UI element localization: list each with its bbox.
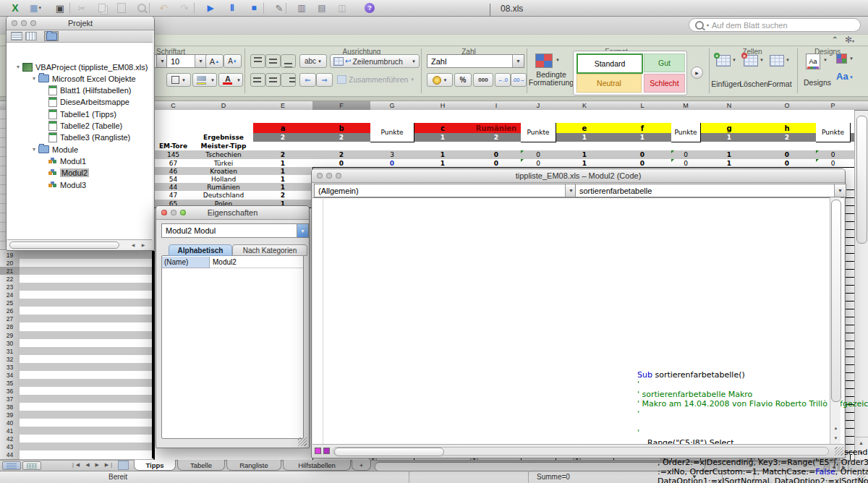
redo-icon[interactable]: ↷ — [176, 1, 192, 14]
sheet-cell[interactable] — [472, 110, 522, 124]
percent-format-button[interactable]: % — [454, 73, 472, 87]
sheet-cell[interactable]: e — [556, 123, 614, 134]
sheet-cell[interactable]: 0 — [370, 159, 414, 168]
cells-einfügen-button[interactable]: +▼Einfügen — [713, 52, 739, 94]
cells-format-button[interactable]: ▼Format — [767, 52, 793, 94]
code-line[interactable]: :=xlNo, OrderCustom:=1, MatchCase:=False… — [637, 467, 868, 476]
sheet-cell[interactable] — [194, 123, 254, 134]
thousands-format-button[interactable]: 000 — [473, 73, 493, 87]
decrease-indent-button[interactable]: ⇐ — [299, 73, 316, 87]
design-mode-icon[interactable]: ✎ — [271, 1, 287, 14]
code-scroll-up-icon[interactable]: ▲ — [831, 423, 841, 432]
sheet-cell[interactable]: 0 — [472, 159, 522, 168]
property-name-cell[interactable]: (Name) — [162, 257, 210, 268]
align-top-button[interactable] — [250, 54, 265, 68]
tab-split-box[interactable] — [118, 461, 129, 470]
sheet-cell[interactable]: f — [613, 123, 672, 134]
excel-workbook-icon[interactable]: X — [7, 1, 23, 14]
sheet-cell[interactable]: 0 — [671, 159, 701, 168]
sheet-cell[interactable] — [370, 110, 414, 124]
sheet-cell[interactable]: g — [700, 123, 759, 134]
code-titlebar[interactable]: tippliste_EM08.xls – Modul2 (Code) — [312, 169, 845, 183]
left-cell[interactable] — [20, 450, 59, 460]
property-value-cell[interactable]: Modul2 — [210, 257, 303, 268]
sheet-cell[interactable]: Punkte — [521, 123, 556, 142]
sheet-cell[interactable]: 1 — [556, 159, 614, 168]
zoom-icon[interactable] — [336, 173, 341, 179]
style-standard[interactable]: Standard — [576, 54, 643, 74]
sheet-cell[interactable]: 0 — [312, 159, 371, 168]
sheet-cell[interactable]: 0 — [816, 159, 851, 168]
sheet-cell[interactable]: Rumänien — [472, 123, 522, 134]
project-item-tabelle2-tabelle-[interactable]: Tabelle2 (Tabelle) — [48, 121, 151, 132]
vertical-scroll-thumb[interactable] — [856, 116, 867, 244]
full-module-view-button[interactable] — [323, 448, 330, 454]
zoom-icon[interactable] — [180, 210, 186, 215]
tab-nach-kategorien[interactable]: Nach Kategorien — [232, 244, 307, 256]
ribbon-collapse-icon[interactable]: ⌃ — [832, 35, 838, 43]
help-icon[interactable]: ? — [362, 1, 378, 14]
align-right-button[interactable] — [281, 73, 296, 87]
procedure-view-button[interactable] — [315, 448, 321, 454]
style-schlecht[interactable]: Schlecht — [644, 74, 685, 93]
minimize-icon[interactable] — [326, 173, 332, 179]
number-format-combo[interactable]: Zahl▼ — [427, 54, 524, 68]
tab-alphabetisch[interactable]: Alphabetisch — [169, 244, 232, 256]
project-item-modul1[interactable]: Modul1 — [48, 155, 151, 166]
procedure-dropdown[interactable]: sortierenfarbetabelle▼ — [575, 184, 846, 197]
sheet-cell[interactable]: c — [414, 123, 472, 134]
code-resize-grip[interactable] — [835, 447, 843, 456]
sheet-cell[interactable] — [253, 110, 313, 124]
close-icon[interactable] — [12, 20, 17, 26]
code-line[interactable]: DataOption1:=xlSortNormal, DataOption2:=… — [637, 476, 868, 483]
minimize-icon[interactable] — [21, 20, 27, 26]
project-item-module[interactable]: ▾Module — [33, 144, 151, 155]
borders-button[interactable]: ▼ — [166, 73, 191, 87]
project-item-vbaproject-tippliste-em08-xls-[interactable]: ▾VBAProject (tippliste_EM08.xls) — [17, 61, 151, 72]
theme-colors-button[interactable]: ▼ Aa ▼ — [835, 52, 855, 94]
paste-icon[interactable] — [114, 1, 129, 14]
conditional-formatting-button[interactable]: ▼ Bedingte Formatierung — [531, 52, 571, 94]
sheet-cell[interactable] — [521, 110, 556, 124]
undo-icon[interactable]: ↶ — [156, 1, 171, 14]
sheet-cell[interactable] — [700, 110, 759, 124]
sheet-cell[interactable] — [816, 110, 851, 124]
sheet-cell[interactable] — [758, 110, 817, 124]
cut-icon[interactable]: ✂ — [74, 1, 90, 14]
find-icon[interactable] — [134, 1, 150, 14]
sheet-cell[interactable] — [671, 110, 701, 124]
shrink-font-button[interactable]: A▼ — [224, 54, 242, 68]
project-explorer-icon[interactable]: ▥ — [294, 1, 310, 14]
code-vscrollbar[interactable]: ▲ ▼ — [830, 197, 841, 444]
project-item-modul2[interactable]: Modul2 — [48, 168, 151, 179]
sheet-cell[interactable] — [312, 110, 371, 124]
sheet-cell[interactable] — [556, 110, 614, 124]
code-vscroll-thumb[interactable] — [831, 200, 841, 402]
grow-font-button[interactable]: A▲ — [205, 54, 224, 68]
wrap-text-button[interactable]: ↩Zeilenumbruch▼ — [330, 54, 420, 68]
minimize-icon[interactable] — [171, 210, 176, 215]
sheet-cell[interactable]: 0 — [758, 159, 817, 168]
currency-format-button[interactable]: ▼ — [427, 73, 453, 87]
project-scroll-left-icon[interactable]: ◀ — [129, 241, 137, 248]
page-layout-view-button[interactable] — [22, 461, 41, 470]
sheet-cell[interactable] — [414, 110, 472, 124]
view-code-button[interactable] — [11, 32, 22, 40]
style-gallery-next-button[interactable]: ▶ — [691, 67, 703, 79]
search-dropdown-icon[interactable]: ▾ — [707, 22, 709, 27]
align-bottom-button[interactable] — [281, 54, 296, 68]
run-icon[interactable]: ▶ — [203, 1, 218, 14]
align-center-button[interactable] — [265, 73, 281, 87]
properties-resize-grip[interactable] — [298, 437, 307, 446]
project-scroll-right-icon[interactable]: ▶ — [139, 241, 148, 248]
sheet-tab-tipps[interactable]: Tipps — [134, 460, 176, 471]
search-field[interactable]: ▾ Auf dem Blatt suchen — [689, 18, 861, 32]
merge-button[interactable]: Zusammenführen▼ — [337, 73, 415, 85]
sheet-cell[interactable] — [613, 110, 672, 124]
align-middle-button[interactable] — [265, 54, 281, 68]
themes-button[interactable]: Aa ▼ Designs — [803, 52, 832, 94]
sheet-cell[interactable]: 0 — [521, 159, 556, 168]
project-item-tabelle3-rangliste-[interactable]: Tabelle3 (Rangliste) — [48, 132, 151, 143]
zoom-icon[interactable] — [30, 20, 36, 26]
code-scroll-down-icon[interactable]: ▼ — [831, 433, 841, 443]
